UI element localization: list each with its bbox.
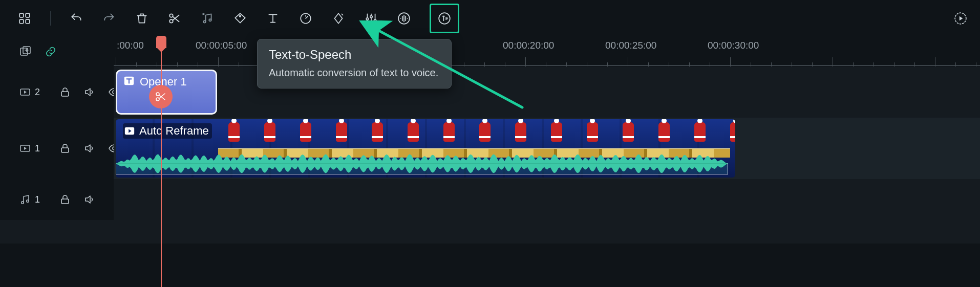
render-preview-icon[interactable] xyxy=(953,11,968,26)
video-clip[interactable]: Auto Reframe xyxy=(116,119,735,178)
lock-icon[interactable] xyxy=(58,85,72,99)
svg-rect-0 xyxy=(19,13,24,17)
svg-rect-2 xyxy=(19,19,24,24)
annotation-arrow xyxy=(358,20,532,113)
track-number: 1 xyxy=(35,143,40,154)
video-thumbnail-art xyxy=(218,120,730,148)
svg-rect-31 xyxy=(61,199,69,204)
svg-point-29 xyxy=(22,202,24,204)
svg-line-34 xyxy=(379,31,522,107)
track-audio: 1 xyxy=(0,179,980,220)
track-text-lane[interactable]: Opener 1 xyxy=(114,67,980,118)
lock-icon[interactable] xyxy=(58,142,72,155)
ruler-head xyxy=(0,37,114,67)
track-text-head: 2 xyxy=(0,67,114,118)
svg-point-11 xyxy=(370,16,372,18)
track-video-lane[interactable]: Auto Reframe xyxy=(114,118,980,179)
track-number: 1 xyxy=(35,194,40,205)
time-label: 00:00:25:00 xyxy=(605,40,656,51)
delete-icon[interactable] xyxy=(135,11,149,26)
speed-icon[interactable] xyxy=(299,11,313,26)
track-audio-lane[interactable] xyxy=(114,179,980,220)
mute-icon[interactable] xyxy=(83,193,96,206)
redo-icon xyxy=(102,11,116,26)
add-media-icon[interactable] xyxy=(18,45,32,58)
track-type: 2 xyxy=(18,85,40,99)
music-track-icon xyxy=(18,193,32,206)
svg-point-7 xyxy=(209,19,211,21)
mute-icon[interactable] xyxy=(83,142,96,155)
svg-point-8 xyxy=(240,15,241,17)
text-clip-icon xyxy=(123,75,135,86)
playhead-handle[interactable] xyxy=(156,36,166,48)
track-video: 1 Auto Reframe xyxy=(0,118,980,179)
svg-rect-1 xyxy=(26,13,30,17)
music-beat-icon xyxy=(200,11,215,26)
timeline-empty-area[interactable] xyxy=(0,220,980,244)
video-clip-badge: Auto Reframe xyxy=(123,123,212,139)
svg-point-10 xyxy=(366,18,368,20)
audio-waveform xyxy=(116,153,728,174)
svg-rect-3 xyxy=(26,19,30,24)
track-number: 2 xyxy=(35,87,40,98)
split-scissors-icon[interactable] xyxy=(167,11,182,26)
tag-icon[interactable] xyxy=(233,11,247,26)
video-track-icon xyxy=(18,85,32,99)
ruler-ticks xyxy=(114,53,980,67)
playhead-line xyxy=(161,47,162,287)
track-video-head: 1 xyxy=(0,118,114,179)
svg-rect-20 xyxy=(61,92,69,96)
text-tool-icon[interactable] xyxy=(266,11,280,26)
mute-icon[interactable] xyxy=(83,85,96,99)
video-clip-label: Auto Reframe xyxy=(139,124,209,138)
time-label: :00:00 xyxy=(117,40,144,51)
play-icon xyxy=(124,125,135,137)
toolbar-divider xyxy=(50,11,51,26)
undo-icon[interactable] xyxy=(69,11,83,26)
lock-icon[interactable] xyxy=(58,193,72,206)
video-track-icon xyxy=(18,142,32,155)
svg-point-30 xyxy=(27,200,29,203)
app-grid-icon[interactable] xyxy=(17,11,32,26)
timeline-ruler[interactable]: :00:00 00:00:05:00 00:00:20:00 00:00:25:… xyxy=(114,37,980,67)
split-handle[interactable] xyxy=(149,85,173,108)
time-label: 00:00:05:00 xyxy=(196,40,247,51)
svg-rect-24 xyxy=(61,148,69,152)
track-audio-head: 1 xyxy=(0,179,114,220)
track-type: 1 xyxy=(18,142,40,155)
keyframe-icon[interactable] xyxy=(331,11,346,26)
link-icon[interactable] xyxy=(44,45,57,58)
time-label: 00:00:30:00 xyxy=(708,40,759,51)
svg-point-6 xyxy=(203,20,205,23)
track-type: 1 xyxy=(18,193,40,206)
